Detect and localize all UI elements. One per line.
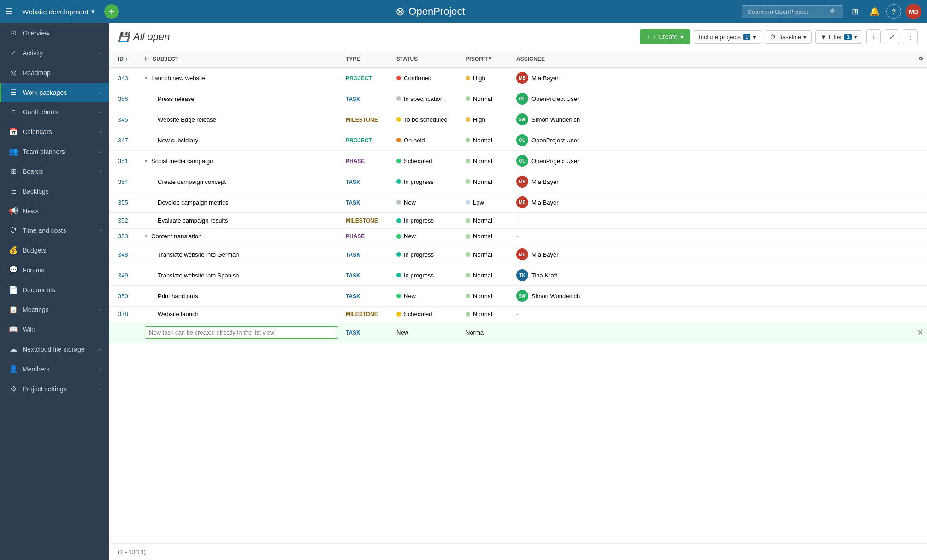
sidebar-item-backlogs[interactable]: ≣ Backlogs bbox=[0, 181, 109, 201]
status-dot bbox=[396, 138, 401, 142]
column-header-subject[interactable]: ⊢ SUBJECT bbox=[141, 51, 342, 67]
status-dot bbox=[396, 76, 401, 80]
priority-dot bbox=[466, 218, 470, 223]
avatar: OU bbox=[516, 93, 528, 105]
type-badge: PROJECT bbox=[346, 75, 372, 82]
grid-icon[interactable]: ⊞ bbox=[848, 4, 862, 19]
sidebar-item-project-settings[interactable]: ⚙ Project settings › bbox=[0, 379, 109, 399]
work-package-id-link[interactable]: 348 bbox=[118, 251, 128, 258]
cell-id: 355 bbox=[109, 192, 141, 213]
sidebar-item-boards[interactable]: ⊞ Boards › bbox=[0, 161, 109, 181]
work-package-id-link[interactable]: 352 bbox=[118, 217, 128, 224]
search-bar[interactable]: 🔍 bbox=[742, 5, 843, 18]
arrow-icon: › bbox=[100, 50, 101, 56]
type-badge: TASK bbox=[346, 272, 360, 279]
cell-type: TASK bbox=[342, 286, 393, 307]
sidebar-item-team-planners[interactable]: 👥 Team planners › bbox=[0, 141, 109, 161]
work-package-id-link[interactable]: 355 bbox=[118, 199, 128, 206]
type-badge: TASK bbox=[346, 179, 360, 185]
column-header-id[interactable]: ID ↑ bbox=[109, 51, 141, 67]
project-selector[interactable]: Website development ▾ bbox=[18, 5, 100, 18]
help-icon[interactable]: ? bbox=[886, 4, 901, 19]
sidebar-item-work-packages[interactable]: ☰ Work packages › bbox=[0, 83, 109, 102]
create-button[interactable]: + + Create ▾ bbox=[640, 29, 690, 44]
user-avatar[interactable]: MB bbox=[906, 4, 921, 19]
menu-icon[interactable]: ☰ bbox=[6, 6, 13, 17]
cell-id: 378 bbox=[109, 307, 141, 322]
sidebar-item-activity[interactable]: ✓ Activity › bbox=[0, 43, 109, 63]
cell-assignee: OUOpenProject User bbox=[513, 130, 927, 151]
expand-button[interactable]: ⤢ bbox=[885, 29, 899, 44]
work-packages-icon: ☰ bbox=[9, 88, 18, 97]
news-icon: 📢 bbox=[9, 206, 18, 215]
add-button[interactable]: + bbox=[104, 4, 119, 19]
sidebar-item-label: Budgets bbox=[23, 247, 101, 254]
search-input[interactable] bbox=[748, 8, 826, 15]
cell-assignee: OUOpenProject User bbox=[513, 88, 927, 109]
cell-assignee: MBMia Bayer bbox=[513, 171, 927, 192]
work-package-id-link[interactable]: 349 bbox=[118, 272, 128, 279]
type-badge: PHASE bbox=[346, 233, 365, 240]
work-package-id-link[interactable]: 350 bbox=[118, 293, 128, 300]
sidebar-item-members[interactable]: 👤 Members › bbox=[0, 359, 109, 379]
work-package-id-link[interactable]: 345 bbox=[118, 116, 128, 123]
sidebar-item-overview[interactable]: ⊙ Overview bbox=[0, 23, 109, 43]
work-package-id-link[interactable]: 351 bbox=[118, 158, 128, 165]
notification-bell-icon[interactable]: 🔔 bbox=[867, 4, 882, 19]
baseline-button[interactable]: ⏱ Baseline ▾ bbox=[765, 30, 812, 44]
sidebar-item-label: News bbox=[23, 207, 101, 215]
sidebar-item-nextcloud[interactable]: ☁ Nextcloud file storage ↗ bbox=[0, 339, 109, 359]
column-header-type[interactable]: TYPE bbox=[342, 51, 393, 67]
work-package-id-link[interactable]: 343 bbox=[118, 75, 128, 82]
priority-dot bbox=[466, 76, 470, 80]
sidebar-item-gantt-charts[interactable]: ≡ Gantt charts › bbox=[0, 102, 109, 122]
work-package-id-link[interactable]: 378 bbox=[118, 311, 128, 318]
sidebar-item-budgets[interactable]: 💰 Budgets bbox=[0, 240, 109, 260]
info-button[interactable]: ℹ bbox=[866, 29, 881, 44]
priority-dot bbox=[466, 117, 470, 122]
filter-button[interactable]: ▼ Filter 1 ▾ bbox=[815, 30, 862, 44]
work-package-id-link[interactable]: 353 bbox=[118, 233, 128, 240]
gantt-icon: ≡ bbox=[9, 108, 18, 116]
more-options-button[interactable]: ⋮ bbox=[903, 29, 918, 44]
sidebar-item-wiki[interactable]: 📖 Wiki bbox=[0, 319, 109, 339]
new-task-close-button[interactable]: ✕ bbox=[917, 328, 923, 337]
cell-status: On hold bbox=[393, 130, 462, 151]
column-header-status[interactable]: STATUS bbox=[393, 51, 462, 67]
priority-dot bbox=[466, 179, 470, 184]
sidebar-item-forums[interactable]: 💬 Forums bbox=[0, 260, 109, 280]
work-package-id-link[interactable]: 347 bbox=[118, 137, 128, 144]
include-projects-button[interactable]: Include projects 1 ▾ bbox=[694, 30, 761, 44]
work-package-id-link[interactable]: 354 bbox=[118, 178, 128, 185]
assignee-name: Tina Kraft bbox=[531, 272, 557, 279]
collapse-icon[interactable]: ▾ bbox=[145, 233, 148, 239]
assignee-name: OpenProject User bbox=[531, 137, 579, 144]
table-row: 349Translate website into SpanishTASKIn … bbox=[109, 265, 927, 286]
sidebar-item-meetings[interactable]: 📋 Meetings › bbox=[0, 300, 109, 319]
work-package-id-link[interactable]: 356 bbox=[118, 95, 128, 102]
sidebar-item-time-and-costs[interactable]: ⏱ Time and costs › bbox=[0, 221, 109, 240]
table-row: 354Create campaign conceptTASKIn progres… bbox=[109, 171, 927, 192]
save-icon[interactable]: 💾 bbox=[118, 31, 130, 42]
priority-text: Low bbox=[473, 199, 484, 206]
type-header-label: TYPE bbox=[346, 56, 360, 62]
collapse-icon[interactable]: ▾ bbox=[145, 75, 148, 81]
column-settings-icon[interactable]: ⚙ bbox=[918, 56, 923, 62]
status-text: New bbox=[404, 199, 416, 206]
sidebar-item-news[interactable]: 📢 News bbox=[0, 201, 109, 221]
column-header-assignee[interactable]: ASSIGNEE ⚙ bbox=[513, 51, 927, 67]
sort-icon[interactable]: ↑ bbox=[125, 56, 128, 62]
activity-icon: ✓ bbox=[9, 48, 18, 57]
cell-assignee: - bbox=[513, 307, 927, 322]
assignee-dash: - bbox=[516, 233, 518, 240]
sidebar-item-roadmap[interactable]: ◎ Roadmap bbox=[0, 63, 109, 83]
collapse-icon[interactable]: ▾ bbox=[145, 158, 148, 164]
priority-text: High bbox=[473, 75, 485, 82]
baseline-clock-icon: ⏱ bbox=[770, 34, 776, 41]
column-header-priority[interactable]: PRIORITY bbox=[462, 51, 513, 67]
status-dot bbox=[396, 218, 401, 223]
sidebar-item-calendars[interactable]: 📅 Calendars › bbox=[0, 122, 109, 141]
assignee-name: OpenProject User bbox=[531, 158, 579, 165]
sidebar-item-documents[interactable]: 📄 Documents bbox=[0, 280, 109, 300]
new-task-input[interactable] bbox=[145, 326, 338, 339]
